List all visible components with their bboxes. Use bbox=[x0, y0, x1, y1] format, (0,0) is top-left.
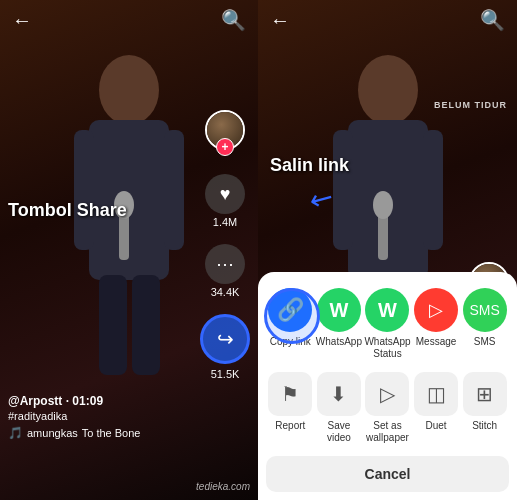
share-group: ↪ 51.5K bbox=[200, 314, 250, 380]
search-icon-left[interactable]: 🔍 bbox=[221, 8, 246, 32]
music-emoji: 🎵 bbox=[8, 426, 23, 440]
share-item-report[interactable]: ⚑ Report bbox=[268, 372, 312, 432]
svg-rect-11 bbox=[423, 130, 443, 250]
wallpaper-label: Set as wallpaper bbox=[365, 420, 409, 444]
svg-point-13 bbox=[373, 191, 393, 219]
duet-label: Duet bbox=[426, 420, 447, 432]
duet-icon[interactable]: ◫ bbox=[414, 372, 458, 416]
whatsapp-status-label: WhatsApp Status bbox=[364, 336, 410, 360]
like-icon[interactable]: ♥ bbox=[205, 174, 245, 214]
song-title: To the Bone bbox=[82, 427, 141, 439]
svg-rect-6 bbox=[99, 275, 127, 375]
share-button[interactable]: ↪ bbox=[200, 314, 250, 364]
share-item-sms[interactable]: SMS SMS bbox=[463, 288, 507, 348]
cancel-button[interactable]: Cancel bbox=[266, 456, 509, 492]
comment-icon[interactable]: ⋯ bbox=[205, 244, 245, 284]
comment-count: 34.4K bbox=[211, 286, 240, 298]
share-item-wallpaper[interactable]: ▷ Set as wallpaper bbox=[365, 372, 409, 444]
stitch-icon[interactable]: ⊞ bbox=[463, 372, 507, 416]
song-artist: amungkas bbox=[27, 427, 78, 439]
watermark-left: tedieka.com bbox=[196, 481, 250, 492]
back-icon-left[interactable]: ← bbox=[12, 9, 32, 32]
bottom-info-left: @Arpostt · 01:09 #radityadika 🎵 amungkas… bbox=[8, 394, 198, 440]
report-label: Report bbox=[275, 420, 305, 432]
svg-rect-7 bbox=[132, 275, 160, 375]
tombol-share-label: Tombol Share bbox=[8, 200, 127, 221]
username-left: @Arpostt · 01:09 bbox=[8, 394, 198, 408]
stitch-label: Stitch bbox=[472, 420, 497, 432]
copy-link-highlight bbox=[264, 288, 320, 344]
share-item-whatsapp-status[interactable]: W WhatsApp Status bbox=[365, 288, 409, 360]
svg-rect-3 bbox=[164, 130, 184, 250]
share-count: 51.5K bbox=[211, 368, 240, 380]
share-item-save-video[interactable]: ⬇ Save video bbox=[317, 372, 361, 444]
whatsapp-label: WhatsApp bbox=[316, 336, 362, 348]
message-label: Message bbox=[416, 336, 457, 348]
share-item-duet[interactable]: ◫ Duet bbox=[414, 372, 458, 432]
share-item-message[interactable]: ▷ Message bbox=[414, 288, 458, 348]
svg-rect-2 bbox=[74, 130, 94, 250]
share-item-stitch[interactable]: ⊞ Stitch bbox=[463, 372, 507, 432]
left-panel: ← 🔍 Tombol Share + ♥ 1.4M ⋯ 34.4K ↪ 51.5… bbox=[0, 0, 258, 500]
wallpaper-icon[interactable]: ▷ bbox=[365, 372, 409, 416]
whatsapp-icon[interactable]: W bbox=[317, 288, 361, 332]
comment-group: ⋯ 34.4K bbox=[205, 244, 245, 298]
whatsapp-status-icon[interactable]: W bbox=[365, 288, 409, 332]
share-icons-row2: ⚑ Report ⬇ Save video ▷ Set as wallpaper… bbox=[266, 372, 509, 444]
song-row-left: 🎵 amungkas To the Bone bbox=[8, 426, 198, 440]
right-panel: BELUM TIDUR ← 🔍 Salin link ↙ + ♥ 1.4M 🔗 … bbox=[258, 0, 517, 500]
salin-link-label: Salin link bbox=[270, 155, 349, 176]
follow-badge[interactable]: + bbox=[216, 138, 234, 156]
message-icon[interactable]: ▷ bbox=[414, 288, 458, 332]
back-icon-right[interactable]: ← bbox=[270, 9, 290, 32]
hashtag-left: #radityadika bbox=[8, 410, 198, 422]
like-group: ♥ 1.4M bbox=[205, 174, 245, 228]
search-icon-right[interactable]: 🔍 bbox=[480, 8, 505, 32]
like-count: 1.4M bbox=[213, 216, 237, 228]
sms-label: SMS bbox=[474, 336, 496, 348]
video-text: BELUM TIDUR bbox=[434, 100, 507, 110]
report-icon[interactable]: ⚑ bbox=[268, 372, 312, 416]
sms-icon[interactable]: SMS bbox=[463, 288, 507, 332]
share-item-whatsapp[interactable]: W WhatsApp bbox=[317, 288, 361, 348]
top-bar-right: ← 🔍 bbox=[258, 0, 517, 40]
svg-point-0 bbox=[99, 55, 159, 125]
right-icons-left: + ♥ 1.4M ⋯ 34.4K ↪ 51.5K bbox=[200, 110, 250, 380]
save-video-icon[interactable]: ⬇ bbox=[317, 372, 361, 416]
svg-point-8 bbox=[358, 55, 418, 125]
top-bar-left: ← 🔍 bbox=[0, 0, 258, 40]
save-video-label: Save video bbox=[317, 420, 361, 444]
